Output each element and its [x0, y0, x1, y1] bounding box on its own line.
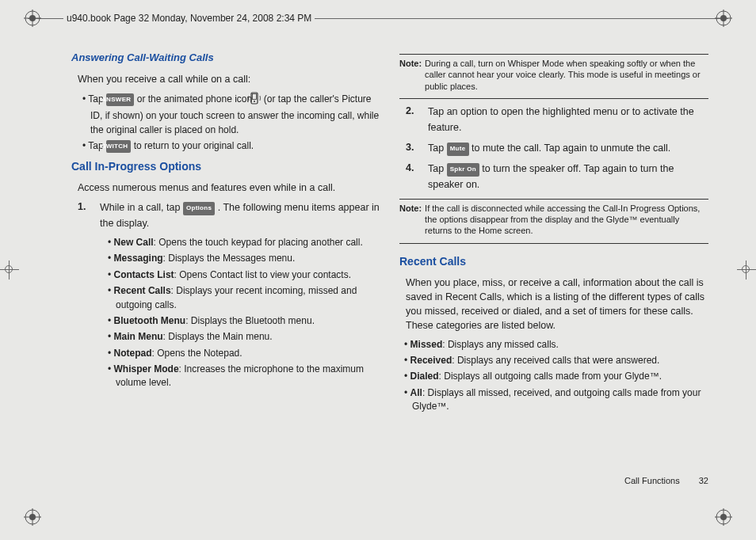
note-whisper-mode: Note: During a call, turn on Whisper Mod…	[399, 58, 708, 92]
registration-mark-icon	[715, 10, 732, 27]
right-column: Note: During a call, turn on Whisper Mod…	[399, 48, 708, 492]
item-title: Contacts List	[114, 269, 174, 280]
text: Tap	[428, 143, 447, 154]
page-header: u940.book Page 32 Monday, November 24, 2…	[63, 13, 315, 24]
registration-mark-icon	[24, 10, 41, 27]
list-item: Messaging: Displays the Messages menu.	[116, 252, 380, 265]
item-desc: : Displays the Messages menu.	[163, 253, 296, 264]
registration-mark-icon	[715, 508, 732, 526]
list-item: New Call: Opens the touch keypad for pla…	[116, 236, 380, 249]
item-title: New Call	[114, 237, 154, 248]
rule	[399, 98, 708, 99]
item-desc: : Displays the Main menu.	[163, 331, 273, 342]
page-content: Answering Call-Waiting Calls When you re…	[71, 48, 708, 492]
crop-mark-icon	[737, 260, 756, 280]
mute-button-icon: Mute	[447, 143, 469, 156]
text: While in a call, tap	[100, 202, 183, 213]
note-label: Note:	[399, 203, 422, 237]
item-title: All	[410, 387, 422, 398]
list-item: Main Menu: Displays the Main menu.	[116, 330, 380, 344]
list-item: Contacts List: Opens Contact list to vie…	[116, 268, 380, 282]
phone-icon	[255, 91, 262, 109]
text: Tap	[428, 163, 447, 174]
page-footer: Call Functions 32	[624, 475, 708, 488]
note-body: If the call is disconnected while access…	[425, 203, 708, 237]
item-title: Received	[410, 355, 452, 366]
item-desc: : Displays any received calls that were …	[452, 355, 659, 366]
list-item: Dialed: Displays all outgoing calls made…	[412, 370, 708, 383]
step-number: 1.	[78, 200, 92, 231]
footer-page-number: 32	[699, 475, 708, 488]
note-label: Note:	[399, 58, 422, 92]
rule	[399, 54, 708, 55]
item-title: Missed	[410, 339, 443, 350]
item-desc: : Displays the Bluetooth menu.	[185, 315, 315, 326]
item-desc: : Opens the Notepad.	[152, 348, 242, 359]
footer-section: Call Functions	[624, 475, 680, 488]
svg-rect-17	[252, 93, 256, 99]
list-item: Bluetooth Menu: Displays the Bluetooth m…	[116, 314, 380, 328]
options-button-icon: Options	[183, 202, 215, 215]
list-item: Recent Calls: Displays your recent incom…	[116, 284, 380, 312]
step-2: 2. Tap an option to open the highlighted…	[406, 104, 708, 135]
step-number: 4.	[406, 161, 420, 192]
item-desc: : Displays any missed calls.	[442, 339, 559, 350]
svg-point-18	[254, 101, 255, 102]
text: or the animated phone icon	[137, 93, 255, 105]
step-number: 3.	[406, 140, 420, 156]
rule	[399, 199, 708, 200]
intro-text: When you receive a call while on a call:	[78, 72, 380, 86]
text: to return to your original call.	[134, 140, 254, 151]
heading-recent-calls: Recent Calls	[399, 253, 708, 269]
left-column: Answering Call-Waiting Calls When you re…	[71, 48, 380, 492]
answer-button-icon: ANSWER	[106, 93, 134, 106]
note-disconnected: Note: If the call is disconnected while …	[399, 203, 708, 237]
step-4: 4. Tap Spkr On to turn the speaker off. …	[406, 161, 708, 192]
list-item: Tap SWITCH to return to your original ca…	[90, 139, 380, 153]
list-item: Whisper Mode: Increases the microphone t…	[116, 363, 380, 390]
note-body: During a call, turn on Whisper Mode when…	[425, 58, 708, 92]
list-item: Tap ANSWER or the animated phone icon (o…	[90, 91, 380, 137]
item-title: Recent Calls	[114, 285, 171, 296]
step-3: 3. Tap Mute to mute the call. Tap again …	[406, 140, 708, 156]
list-item: Notepad: Opens the Notepad.	[116, 347, 380, 360]
item-desc: : Opens the touch keypad for placing ano…	[154, 237, 363, 248]
rule	[399, 243, 708, 244]
item-desc: : Opens Contact list to view your contac…	[174, 269, 351, 280]
heading-answering-call-waiting: Answering Call-Waiting Calls	[71, 51, 380, 66]
item-title: Whisper Mode	[114, 363, 179, 375]
item-desc: : Displays all outgoing calls made from …	[439, 371, 662, 382]
switch-button-icon: SWITCH	[106, 140, 131, 153]
item-title: Bluetooth Menu	[114, 315, 186, 326]
item-title: Main Menu	[114, 331, 163, 342]
speaker-on-button-icon: Spkr On	[447, 163, 479, 177]
crop-mark-icon	[0, 260, 19, 280]
text: to mute the call. Tap again to unmute th…	[472, 143, 670, 154]
recent-calls-intro: When you place, miss, or receive a call,…	[406, 276, 708, 333]
list-item: Missed: Displays any missed calls.	[412, 338, 708, 352]
intro-text: Access numerous menus and features even …	[78, 181, 380, 195]
registration-mark-icon	[24, 508, 41, 526]
list-item: All: Displays all missed, received, and …	[412, 386, 708, 414]
heading-call-in-progress: Call In-Progress Options	[71, 158, 380, 174]
item-title: Dialed	[410, 371, 439, 382]
item-desc: : Displays all missed, received, and out…	[412, 387, 701, 412]
step-number: 2.	[406, 104, 420, 135]
step-1: 1. While in a call, tap Options . The fo…	[78, 200, 380, 231]
item-title: Notepad	[114, 348, 152, 359]
item-title: Messaging	[114, 253, 163, 264]
step-body: Tap an option to open the highlighted me…	[428, 104, 708, 135]
list-item: Received: Displays any received calls th…	[412, 354, 708, 367]
